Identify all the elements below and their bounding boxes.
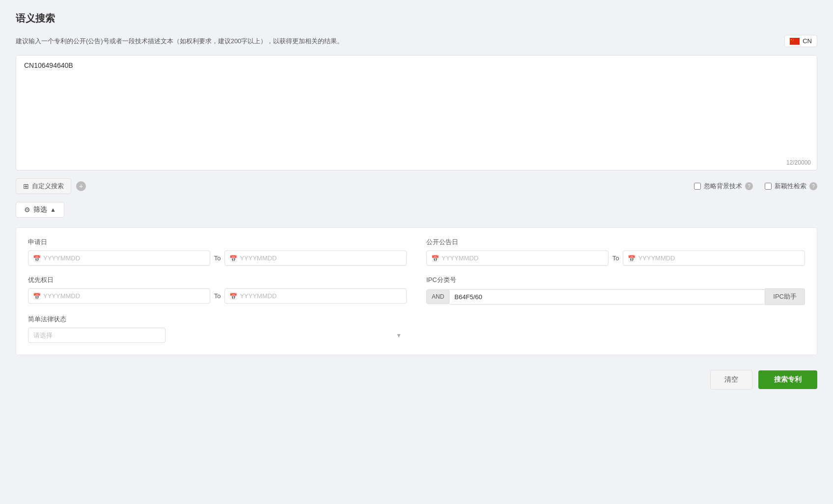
char-count: 12/20000 [786, 159, 811, 166]
ipc-input[interactable] [449, 289, 765, 305]
select-arrow-icon: ▼ [396, 332, 402, 339]
legal-status-select[interactable]: 请选择 全部 有效 失效 审中 [28, 328, 166, 343]
application-date-from-input[interactable] [28, 251, 210, 266]
legal-status-select-wrapper: 请选择 全部 有效 失效 审中 ▼ [28, 328, 407, 343]
application-date-group: 申请日 📅 To 📅 [28, 238, 407, 266]
priority-date-from-input[interactable] [28, 288, 210, 304]
search-textarea-wrapper: CN106494640B 12/20000 [16, 55, 817, 170]
publication-date-to-label: To [612, 254, 619, 262]
calendar-icon-1: 📅 [33, 254, 41, 262]
filter-label: 筛选 [33, 205, 47, 214]
priority-date-from-wrapper: 📅 [28, 288, 210, 304]
chevron-up-icon: ▲ [50, 206, 56, 213]
toolbar-row: ⊞ 自定义搜索 + 忽略背景技术 ? 新颖性检索 ? [16, 178, 817, 194]
publication-date-to-input[interactable] [623, 251, 805, 266]
publication-date-group: 公开公告日 📅 To 📅 [426, 238, 805, 266]
filter-section: 申请日 📅 To 📅 公开公告日 📅 [16, 227, 817, 355]
ignore-bg-tech-checkbox[interactable] [694, 183, 701, 190]
priority-date-group: 优先权日 📅 To 📅 [28, 276, 407, 305]
bottom-actions: 清空 搜索专利 [16, 370, 817, 390]
publication-date-from-wrapper: 📅 [426, 251, 609, 266]
calendar-icon-2: 📅 [229, 254, 237, 262]
and-badge: AND [426, 289, 449, 304]
ignore-bg-tech-info-icon[interactable]: ? [745, 182, 753, 190]
ignore-bg-tech-label: 忽略背景技术 [704, 182, 742, 191]
legal-status-group: 简单法律状态 请选择 全部 有效 失效 审中 ▼ [28, 315, 407, 343]
application-date-label: 申请日 [28, 238, 407, 247]
search-textarea[interactable]: CN106494640B [16, 56, 817, 168]
cn-flag-icon [790, 38, 800, 45]
application-date-from-wrapper: 📅 [28, 251, 210, 266]
ipc-label: IPC分类号 [426, 276, 805, 284]
ipc-group: IPC分类号 AND IPC助手 [426, 276, 805, 305]
publication-date-from-input[interactable] [426, 251, 609, 266]
custom-search-icon: ⊞ [23, 182, 29, 190]
add-custom-search-icon[interactable]: + [76, 181, 86, 191]
calendar-icon-4: 📅 [628, 254, 636, 262]
application-date-to-input[interactable] [224, 251, 407, 266]
custom-search-button[interactable]: ⊞ 自定义搜索 [16, 178, 71, 194]
calendar-icon-5: 📅 [33, 292, 41, 300]
application-date-to-wrapper: 📅 [224, 251, 407, 266]
calendar-icon-6: 📅 [229, 292, 237, 300]
language-button[interactable]: CN [784, 35, 817, 47]
custom-search-label: 自定义搜索 [32, 182, 64, 191]
ipc-helper-button[interactable]: IPC助手 [765, 288, 805, 305]
priority-date-to-wrapper: 📅 [224, 288, 407, 304]
application-date-to-label: To [214, 254, 221, 262]
novelty-check-label: 新颖性检索 [775, 182, 806, 191]
clear-button[interactable]: 清空 [710, 370, 752, 390]
empty-right-group [426, 315, 805, 343]
novelty-check-info-icon[interactable]: ? [809, 182, 817, 190]
search-patent-button[interactable]: 搜索专利 [758, 370, 817, 389]
ignore-bg-tech-option[interactable]: 忽略背景技术 ? [694, 182, 753, 191]
filter-toggle-button[interactable]: ⚙ 筛选 ▲ [16, 202, 64, 218]
novelty-check-checkbox[interactable] [765, 183, 772, 190]
priority-date-to-input[interactable] [224, 288, 407, 304]
publication-date-to-wrapper: 📅 [623, 251, 805, 266]
priority-date-label: 优先权日 [28, 276, 407, 284]
priority-date-to-label: To [214, 292, 221, 300]
filter-icon: ⚙ [24, 206, 30, 214]
calendar-icon-3: 📅 [431, 254, 439, 262]
novelty-check-option[interactable]: 新颖性检索 ? [765, 182, 817, 191]
publication-date-label: 公开公告日 [426, 238, 805, 247]
page-title: 语义搜索 [16, 12, 817, 25]
filter-bar: ⚙ 筛选 ▲ [16, 202, 817, 218]
legal-status-label: 简单法律状态 [28, 315, 407, 324]
description-text: 建议输入一个专利的公开(公告)号或者一段技术描述文本（如权利要求，建议200字以… [16, 37, 784, 46]
lang-label: CN [803, 37, 812, 45]
